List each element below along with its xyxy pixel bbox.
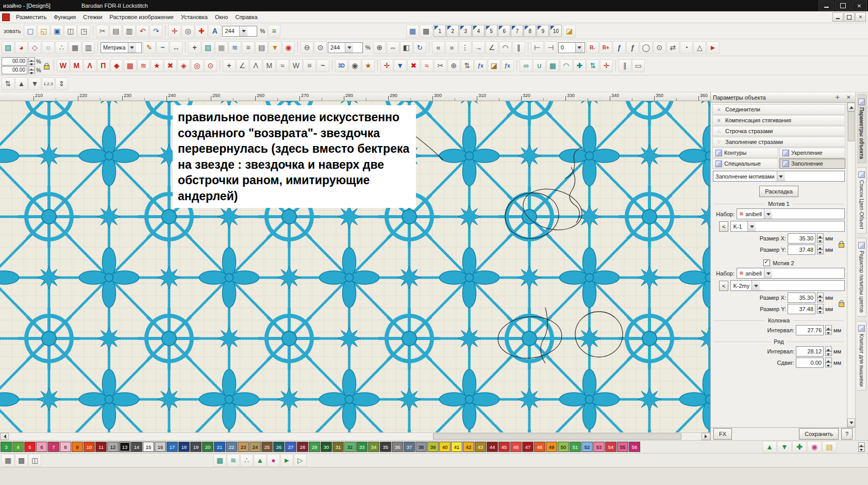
color-swatch-37[interactable]: 37	[404, 442, 415, 452]
compensation-x-field[interactable]: 00.00	[2, 57, 27, 66]
panel-category-row[interactable]: ≈Соединители	[712, 104, 845, 115]
satin-peaks-icon[interactable]: Λ	[84, 59, 96, 72]
fill-mode-combo[interactable]: Заполнение мотивами	[713, 171, 845, 182]
color-swatch-45[interactable]: 45	[498, 442, 510, 452]
cross-stitch-icon[interactable]: ✖	[164, 59, 177, 72]
tab-object-properties[interactable]: Параметры объекта	[857, 94, 866, 163]
spin-down-button[interactable]	[28, 61, 35, 66]
color-swatch-13[interactable]: 13	[119, 442, 130, 452]
mesh-stitch-icon[interactable]: ▦	[546, 59, 559, 72]
node-edit-icon[interactable]: +	[188, 41, 201, 54]
satin-mode-icon[interactable]: ≋	[228, 41, 241, 54]
vertical-guide-icon[interactable]: ∥	[619, 59, 631, 72]
motif-run-icon[interactable]: ★	[151, 59, 163, 72]
color-swatch-18[interactable]: 18	[178, 442, 190, 452]
menu-item-3[interactable]: Стежки	[79, 12, 106, 22]
color-swatch-20[interactable]: 20	[202, 442, 213, 452]
design-folder-icon[interactable]: ◪	[563, 25, 576, 38]
protractor-icon[interactable]: ◔	[680, 41, 693, 54]
dropdown-arrow-icon[interactable]	[575, 43, 583, 53]
bezier-tool-icon[interactable]: ~	[156, 41, 169, 54]
color-swatch-41[interactable]: 41	[451, 442, 462, 452]
spin-down-button[interactable]	[817, 250, 824, 255]
formula-apply-icon[interactable]: ƒx	[501, 59, 514, 72]
lock-aspect-icon[interactable]	[839, 243, 844, 248]
color-swatch-38[interactable]: 38	[415, 442, 427, 452]
dropdown-arrow-icon[interactable]	[345, 43, 353, 53]
motif1-size-x-field[interactable]: 35.30	[788, 233, 815, 244]
zoom-100-icon[interactable]: ⊙	[314, 41, 327, 54]
save-button[interactable]: Сохранить	[799, 428, 839, 440]
needle-point-view-icon[interactable]: ∴	[240, 454, 253, 467]
hoop-frame-8[interactable]: 8	[524, 25, 536, 37]
undo-icon[interactable]: ↶	[136, 25, 149, 38]
mdi-minimize-button[interactable]	[832, 12, 843, 22]
satin-zigzag-icon[interactable]: M	[70, 59, 83, 72]
paste-icon[interactable]: ▥	[123, 25, 136, 38]
close-panel-icon[interactable]: ✕	[844, 93, 853, 102]
mitre-corners-icon[interactable]: Λ	[249, 59, 262, 72]
palette-page-spinner[interactable]	[858, 442, 865, 452]
motif2-pattern-combo[interactable]: K-2my	[730, 280, 845, 291]
panel-scrollbar[interactable]	[847, 103, 855, 427]
close-button[interactable]: ✕	[852, 1, 867, 11]
angle-combo[interactable]: 0	[558, 42, 585, 53]
color-swatch-33[interactable]: 33	[356, 442, 368, 452]
insert-stitch-icon[interactable]: ✛	[168, 25, 181, 38]
color-swatch-12[interactable]: 12	[107, 442, 119, 452]
scroll-right-button[interactable]	[702, 433, 710, 440]
thread-chart-icon[interactable]: ▤	[822, 441, 837, 452]
color-swatch-47[interactable]: 47	[522, 442, 533, 452]
menu-item-5[interactable]: Установка	[177, 12, 211, 22]
hoop-frame-7[interactable]: 7	[511, 25, 523, 37]
zoom-level-combo[interactable]: 244	[222, 26, 257, 37]
spin-down-button[interactable]	[858, 447, 865, 452]
color-swatch-35[interactable]: 35	[380, 442, 391, 452]
new-design-icon[interactable]: ▢	[24, 25, 37, 38]
function-outline-icon[interactable]: ƒ	[613, 41, 626, 54]
color-swatch-39[interactable]: 39	[427, 442, 439, 452]
stitch-angle-icon[interactable]: ✛	[380, 59, 393, 72]
trim-thread-icon[interactable]: ✂	[434, 59, 447, 72]
color-swatch-49[interactable]: 49	[546, 442, 557, 452]
color-swatch-17[interactable]: 17	[166, 442, 178, 452]
column-interval-spinner[interactable]	[825, 325, 832, 335]
stitch-view-icon[interactable]: ≋	[227, 454, 240, 467]
pin-panel-icon[interactable]: ✛	[833, 93, 842, 102]
tab-embroidery-clipart[interactable]: Клипарт для вышивки	[857, 321, 866, 391]
density-view-icon[interactable]: ●	[267, 454, 280, 467]
coil-stitch-icon[interactable]: ◠	[560, 59, 573, 72]
color-swatch-15[interactable]: 15	[143, 442, 154, 452]
color-swatch-34[interactable]: 34	[368, 442, 379, 452]
color-swatch-6[interactable]: 6	[36, 442, 47, 452]
hoop-frame-3[interactable]: 3	[459, 25, 472, 37]
measure-tool-icon[interactable]: ↔	[170, 41, 182, 54]
docked-toolbar-label[interactable]: зовать	[2, 28, 23, 34]
compensation-y-spinner[interactable]	[28, 66, 35, 74]
color-swatch-23[interactable]: 23	[238, 442, 249, 452]
chain-stitch-icon[interactable]: ∪	[533, 59, 546, 72]
save-design-icon[interactable]: ▣	[51, 25, 63, 38]
dropdown-arrow-icon[interactable]	[764, 268, 772, 278]
color-swatch-24[interactable]: 24	[249, 442, 261, 452]
spin-down-button[interactable]	[817, 238, 824, 244]
spin-up-button[interactable]	[825, 325, 832, 330]
color-swatch-52[interactable]: 52	[581, 442, 593, 452]
spin-down-button[interactable]	[817, 298, 824, 303]
zoom-level-combo-2[interactable]: 244	[328, 42, 363, 53]
add-color-icon[interactable]: ✚	[792, 441, 807, 452]
travel-end-icon[interactable]: »	[445, 41, 458, 54]
color-swatch-19[interactable]: 19	[190, 442, 202, 452]
sequence-updown-icon[interactable]: ⇅	[2, 77, 14, 90]
color-swatch-54[interactable]: 54	[605, 442, 616, 452]
hoop-frame-6[interactable]: 6	[498, 25, 510, 37]
spin-up-button[interactable]	[825, 346, 832, 351]
mesh-grid-icon[interactable]: ▦	[215, 41, 228, 54]
color-swatch-29[interactable]: 29	[309, 442, 320, 452]
stamp-tool-icon[interactable]: ▼	[269, 41, 281, 54]
color-swatch-46[interactable]: 46	[510, 442, 522, 452]
color-swatch-53[interactable]: 53	[593, 442, 605, 452]
zoom-out-icon[interactable]: ⊖	[301, 41, 313, 54]
motif1-size-y-field[interactable]: 37.48	[788, 245, 815, 255]
spin-down-button[interactable]	[825, 351, 832, 357]
